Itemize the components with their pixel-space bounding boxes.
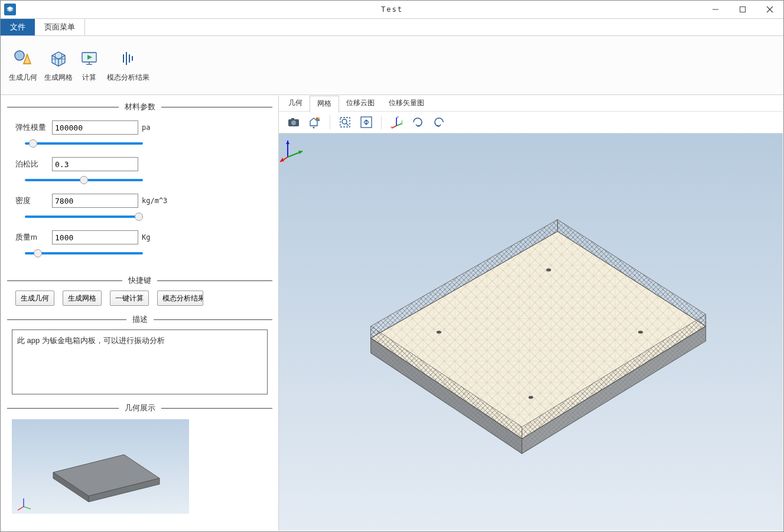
svg-line-27 [346, 123, 349, 126]
axis-triad-icon [279, 133, 308, 163]
maximize-button[interactable] [729, 1, 756, 18]
svg-point-19 [291, 120, 296, 125]
description-text: 此 app 为钣金电箱内板，可以进行振动分析 [12, 329, 268, 394]
close-button[interactable] [756, 1, 783, 18]
shortcut-generate-mesh[interactable]: 生成网格 [63, 291, 102, 306]
elastic-modulus-slider[interactable] [25, 142, 143, 145]
rotate-cw-icon[interactable] [409, 113, 427, 131]
ribbon-modal-results[interactable]: 模态分析结果 [102, 44, 154, 86]
camera-icon[interactable] [285, 113, 302, 131]
viewport-toolbar: zyx [279, 111, 783, 133]
menu-bar: 文件 页面菜单 [1, 18, 783, 36]
svg-rect-24 [318, 119, 320, 121]
poisson-ratio-label: 泊松比 [15, 159, 48, 169]
svg-text:y: y [401, 119, 403, 123]
viewport-tab-geometry[interactable]: 几何 [281, 96, 310, 112]
minimize-button[interactable] [702, 1, 729, 18]
section-title: 描述 [126, 314, 154, 325]
rotate-ccw-icon[interactable] [430, 113, 448, 131]
ribbon-label: 生成几何 [9, 73, 37, 83]
viewport-canvas[interactable] [279, 133, 783, 531]
ribbon-generate-mesh[interactable]: 生成网格 [41, 44, 76, 86]
ribbon-generate-geometry[interactable]: 生成几何 [5, 44, 41, 86]
axes-icon[interactable]: zyx [388, 113, 405, 131]
ribbon-compute[interactable]: 计算 [76, 44, 102, 86]
viewport-tab-disp-vector[interactable]: 位移矢量图 [382, 96, 431, 112]
zoom-box-icon[interactable] [336, 113, 354, 131]
section-title: 快捷键 [122, 275, 157, 286]
ribbon: 生成几何 生成网格 计算 [1, 36, 783, 95]
sidebar: 材料参数 弹性模量 pa 泊松比 密度 kg/m^3 [1, 96, 279, 531]
svg-rect-22 [318, 118, 320, 119]
svg-text:z: z [397, 115, 399, 119]
wave-icon [118, 48, 139, 69]
svg-rect-20 [291, 118, 294, 120]
shortcut-one-click-compute[interactable]: 一键计算 [110, 291, 149, 306]
mass-slider[interactable] [25, 252, 143, 254]
svg-line-31 [392, 126, 396, 128]
shortcuts-section: 快捷键 生成几何 生成网格 一键计算 模态分析结果 [7, 275, 272, 306]
sphere-cone-icon [12, 48, 34, 69]
window-title: Test [381, 5, 403, 14]
separator [330, 115, 330, 129]
geometry-preview-section: 几何展示 [7, 403, 272, 527]
palette-icon[interactable] [306, 113, 324, 131]
mesh-cube-icon [48, 48, 69, 69]
mass-unit: Kg [142, 233, 150, 241]
elastic-modulus-unit: pa [142, 123, 150, 132]
svg-line-17 [18, 507, 24, 510]
section-title: 材料参数 [119, 102, 161, 112]
elastic-modulus-input[interactable] [52, 120, 138, 135]
section-title: 几何展示 [119, 403, 161, 413]
svg-line-15 [24, 507, 31, 509]
viewport-tab-mesh[interactable]: 网格 [310, 96, 339, 113]
svg-point-48 [638, 331, 643, 334]
ribbon-label: 模态分析结果 [107, 73, 149, 83]
svg-point-4 [15, 51, 24, 60]
density-slider[interactable] [25, 216, 143, 218]
ribbon-label: 生成网格 [44, 73, 73, 83]
mass-input[interactable] [52, 230, 138, 244]
density-input[interactable] [52, 194, 138, 208]
menu-tab-pagemenu[interactable]: 页面菜单 [35, 19, 85, 35]
svg-line-30 [396, 123, 402, 126]
density-unit: kg/m^3 [142, 197, 167, 205]
shortcut-generate-geometry[interactable]: 生成几何 [15, 291, 54, 306]
svg-marker-12 [53, 455, 160, 496]
zoom-extents-icon[interactable] [357, 113, 375, 131]
shortcut-modal-results[interactable]: 模态分析结果 [157, 291, 203, 306]
elastic-modulus-label: 弹性模量 [15, 122, 48, 133]
mass-label: 质量m [15, 232, 48, 243]
poisson-ratio-slider[interactable] [25, 179, 143, 181]
svg-point-49 [528, 396, 533, 399]
svg-rect-1 [740, 7, 746, 12]
svg-rect-23 [316, 119, 318, 121]
menu-tab-file[interactable]: 文件 [1, 19, 35, 35]
play-screen-icon [79, 48, 100, 69]
title-bar: Test [1, 1, 783, 18]
density-label: 密度 [15, 195, 48, 206]
ribbon-label: 计算 [82, 73, 96, 83]
viewport-tabs: 几何 网格 位移云图 位移矢量图 [279, 96, 783, 111]
svg-rect-21 [316, 118, 318, 119]
geometry-preview[interactable] [12, 419, 189, 514]
poisson-ratio-input[interactable] [52, 157, 138, 171]
description-section: 描述 此 app 为钣金电箱内板，可以进行振动分析 [7, 314, 272, 394]
app-icon [4, 4, 16, 15]
svg-point-26 [342, 119, 347, 124]
svg-text:x: x [391, 125, 392, 129]
svg-point-47 [546, 269, 551, 272]
viewport-tab-disp-contour[interactable]: 位移云图 [339, 96, 382, 112]
svg-point-46 [437, 331, 441, 334]
separator [381, 115, 382, 129]
material-params-section: 材料参数 弹性模量 pa 泊松比 密度 kg/m^3 [7, 102, 272, 267]
svg-marker-36 [371, 231, 706, 439]
